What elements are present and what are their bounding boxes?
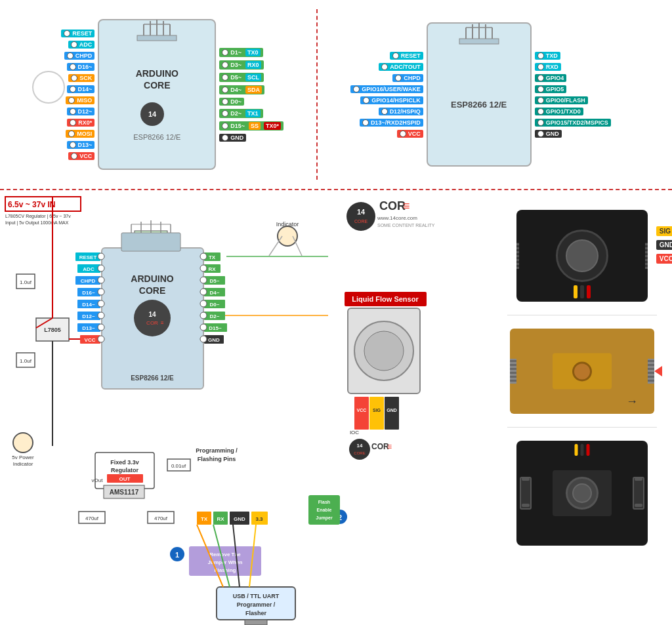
svg-text:≡: ≡ [161, 320, 164, 326]
wire-gnd-3 [581, 444, 584, 456]
svg-point-43 [98, 289, 104, 295]
svg-text:www.14core.com: www.14core.com [377, 215, 417, 221]
svg-text:14: 14 [148, 311, 156, 318]
pin-chpd-right: CHPD [392, 74, 423, 82]
svg-text:3.3: 3.3 [255, 516, 263, 522]
svg-text:14: 14 [357, 443, 363, 449]
svg-text:14: 14 [148, 110, 157, 118]
right-board-label: ESP8266 12/E [451, 96, 507, 110]
svg-text:470uf: 470uf [85, 515, 99, 521]
pin-d4-left: D4~ SDA [219, 85, 264, 94]
top-section: RESET ADC CHPD D16~ SCK D14~ MISO D12~ R… [0, 0, 672, 190]
bolt-br [635, 504, 642, 507]
pin-d3-left: D3~ RX0 [219, 60, 263, 70]
pin-miso-left: MISO [66, 96, 94, 104]
svg-text:L7805: L7805 [44, 327, 61, 333]
svg-text:COR: COR [146, 320, 158, 326]
pin-rx0-left: RX0* [67, 119, 94, 127]
brass-conn-right [648, 359, 654, 384]
svg-text:Flash: Flash [318, 500, 330, 504]
pin-gpio15-right: GPIO15/TXD2/MSPICS [535, 119, 611, 127]
left-core-logo-small: 14 [136, 101, 178, 130]
svg-text:CORE: CORE [354, 219, 368, 224]
svg-text:CORE: CORE [139, 285, 165, 296]
right-pins-left: RESET ADC/TOUT CHPD GPIO16/USER/WAKE GPI… [350, 52, 423, 138]
pin-adctout-right: ADC/TOUT [379, 63, 423, 71]
antenna-svg-left [134, 19, 180, 42]
pin-gnd-right: GND [535, 130, 562, 138]
svg-text:1.0uf: 1.0uf [20, 279, 32, 285]
svg-text:≡: ≡ [403, 199, 410, 212]
sensor-black-large-body [516, 441, 648, 546]
svg-point-76 [200, 324, 207, 331]
svg-text:D16~: D16~ [82, 290, 95, 296]
svg-text:Input | 5v Output 1000mA MAX: Input | 5v Output 1000mA MAX [5, 220, 69, 226]
svg-point-86 [278, 226, 297, 246]
right-esp-board: ESP8266 12/E [427, 22, 532, 167]
pin-adc-left: ADC [68, 41, 95, 49]
svg-text:D2~: D2~ [210, 313, 220, 319]
circuit-svg: 6.5v ~ 37v IN L7805CV Regulator | 6.5v ~… [0, 190, 492, 625]
antenna-right [456, 22, 502, 45]
left-board-name: ARDUINO CORE 14 [136, 68, 178, 130]
svg-point-46 [98, 300, 104, 307]
pin-gpio0-right: GPIO0/FLASH [535, 96, 588, 104]
pin-chpd-left: CHPD [64, 52, 95, 60]
svg-text:COR: COR [371, 442, 389, 451]
svg-text:Programmer /: Programmer / [237, 601, 276, 608]
sensor-rotor [566, 239, 598, 272]
bolt-tr [635, 477, 642, 481]
pin-d16-left: D16~ [67, 63, 95, 71]
pin-d14-left: D14~ [67, 85, 95, 93]
svg-text:Flashing Pins: Flashing Pins [198, 456, 236, 462]
svg-text:GND: GND [208, 337, 220, 343]
svg-rect-3 [459, 39, 499, 44]
label-gnd-1: GND [656, 240, 672, 250]
sensor-photo-2: → [510, 329, 654, 414]
svg-point-90 [13, 433, 33, 453]
bolt-bl [522, 504, 530, 507]
svg-text:SIG: SIG [373, 408, 381, 413]
divider-1 [507, 315, 658, 315]
svg-rect-142 [385, 397, 399, 430]
svg-rect-138 [354, 397, 369, 430]
svg-point-27 [134, 300, 171, 336]
pin-gpio4-right: GPIO4 [535, 74, 567, 82]
pin-gpio1-right: GPIO1/TXD0 [535, 108, 583, 115]
pin-d0-left: D0~ [219, 98, 244, 106]
svg-rect-140 [369, 397, 384, 430]
black-rotor-outer [566, 477, 598, 510]
svg-point-49 [98, 312, 104, 319]
pin-d13-left: D13~ [67, 141, 95, 149]
svg-point-73 [200, 312, 207, 319]
svg-point-37 [98, 265, 104, 272]
label-sig-1: SIG [656, 226, 672, 236]
brass-conn-left [510, 359, 516, 384]
pin-vcc-left: VCC [68, 152, 94, 160]
svg-point-58 [200, 253, 207, 260]
svg-text:Flasher: Flasher [245, 610, 267, 616]
left-chip-model: ESP8266 12/E [133, 133, 180, 141]
pin-d13-right: D13~/RXD2HSPID [360, 119, 423, 127]
svg-text:Programming /: Programming / [196, 447, 238, 454]
svg-text:RESET: RESET [79, 254, 97, 260]
left-pins-right: D1~ TX0 D3~ RX0 D5~ SCL D4~ SDA D0~ D2~ … [219, 48, 284, 142]
pin-gpio5-right: GPIO5 [535, 85, 567, 93]
brass-hex [553, 353, 612, 390]
svg-text:D14~: D14~ [82, 302, 95, 308]
vertical-divider [316, 9, 318, 180]
pin-d15-left: D15~ SS TX0* [219, 121, 284, 131]
pin-gpio14-right: GPIO14/HSPICLK [360, 96, 423, 104]
right-chip-label: ESP8266 12/E [451, 100, 507, 110]
pin-sck-left: SCK [68, 74, 94, 82]
wire-sig-3 [575, 444, 578, 456]
svg-point-146 [364, 331, 404, 371]
svg-text:USB / TTL UART: USB / TTL UART [233, 593, 280, 599]
pin-d1-left: D1~ TX0 [219, 48, 262, 57]
svg-point-150 [346, 202, 375, 231]
svg-text:CORE: CORE [354, 451, 365, 455]
antenna-left [134, 19, 180, 42]
svg-text:≡: ≡ [387, 442, 392, 451]
svg-text:1: 1 [175, 551, 179, 559]
svg-rect-0 [137, 35, 177, 41]
